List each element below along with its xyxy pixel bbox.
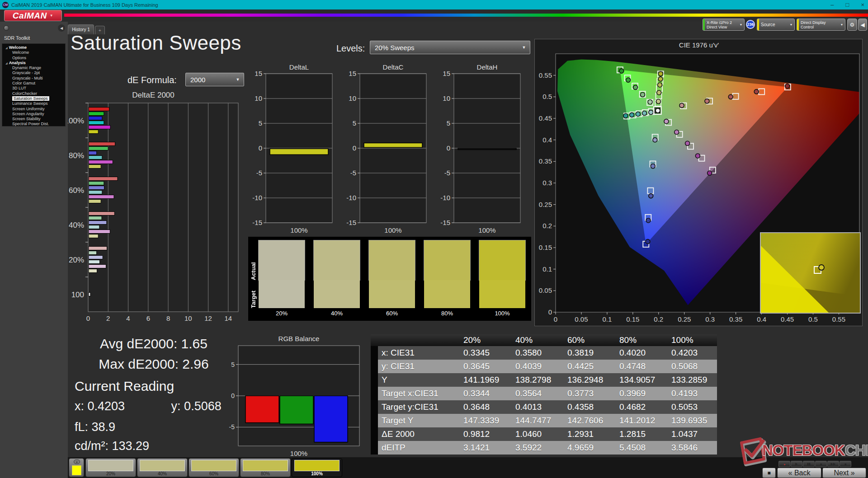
sidebar-item-welcome[interactable]: ◢Welcome [2, 45, 65, 50]
target-swatch-20% [259, 280, 305, 308]
measured-marker [656, 108, 660, 113]
minimize-button[interactable]: – [830, 1, 834, 8]
current-reading-heading: Current Reading [75, 379, 174, 394]
swatch-label: 60% [369, 310, 415, 317]
levels-dropdown[interactable]: 20% Sweeps ▼ [370, 41, 530, 54]
deltae-bar-60%-4 [89, 195, 114, 199]
sidebar-item-options[interactable]: Options [2, 56, 65, 61]
sidebar-item-spectral-power-dist-[interactable]: Spectral Power Dist. [2, 122, 65, 127]
cell-value: 0.3969 [613, 387, 665, 400]
rainbow-divider [64, 14, 868, 17]
cell-value: 3.5846 [665, 441, 717, 455]
cell-value: 1.0437 [665, 427, 717, 441]
max-de2000: Max dE2000: 2.96 [72, 354, 235, 374]
reading-cdm2: cd/m²: 133.29 [75, 439, 149, 453]
skip-button[interactable]: ▶▶ [827, 461, 839, 467]
column-header: 80% [613, 334, 665, 346]
measured-marker [653, 138, 657, 142]
axis-label: 20% [69, 256, 84, 264]
sidebar-collapse-button[interactable]: ◀ [58, 24, 65, 32]
patch-tile-label: 100% [292, 471, 342, 476]
de-summary: Avg dE2000: 1.65 Max dE2000: 2.96 [72, 333, 235, 374]
patch-swatch [294, 460, 340, 471]
axis-label: 100% [478, 226, 495, 234]
stop-button[interactable]: ■ [762, 468, 776, 478]
panel-collapse-button[interactable]: ◀ [858, 19, 867, 31]
cell-value: 1.2815 [613, 427, 665, 441]
sidebar-item-3d-lut[interactable]: 3D LUT [2, 86, 65, 91]
axis-label: DeltaL [289, 63, 309, 71]
actual-target-swatch-panel: ActualTarget20%40%60%80%100% [248, 237, 531, 321]
measured-marker [728, 94, 733, 99]
patch-tile-80%[interactable]: 80% [240, 458, 291, 477]
cell-value: 0.3344 [457, 387, 509, 400]
measured-marker [646, 218, 651, 223]
sidebar-item-screen-stability[interactable]: Screen Stability [2, 117, 65, 122]
axis-label: 0.5 [808, 315, 818, 323]
sidebar-item-welcome[interactable]: Welcome [2, 50, 65, 55]
axis-label: DeltaC [383, 63, 404, 71]
de-formula-dropdown[interactable]: 2000 ▼ [185, 73, 244, 86]
sidebar-item-luminance-sweeps[interactable]: Luminance Sweeps [2, 101, 65, 106]
capture-tile[interactable]: ▲ [69, 458, 84, 477]
eject-button[interactable]: ■ [840, 461, 851, 467]
calman-logo-menu[interactable]: CalMAN ▼ [4, 10, 62, 21]
sidebar-item-grayscale-2pt[interactable]: Grayscale - 2pt [2, 70, 65, 75]
actual-swatch-80% [424, 240, 470, 280]
table-row: ΔE 20000.98121.04601.29311.28151.0437 [371, 427, 717, 441]
sidebar-item-analysis[interactable]: ◢Analysis [2, 61, 65, 66]
record-button[interactable]: ● [778, 461, 790, 467]
cell-value: 0.3564 [509, 387, 561, 400]
settings-button[interactable]: ⚙ [847, 19, 857, 31]
pause-button[interactable]: ▮▮ [803, 461, 815, 467]
measured-marker [658, 77, 663, 81]
table-row: Target x:CIE310.33440.35640.37730.39690.… [371, 387, 717, 400]
axis-label: 0 [447, 144, 450, 152]
axis-label: -15 [252, 219, 262, 226]
sidebar-item-dynamic-range[interactable]: Dynamic Range [2, 66, 65, 70]
sidebar-item-grayscale-multi[interactable]: Grayscale - Multi [2, 76, 65, 81]
restore-button[interactable]: □ [846, 1, 849, 8]
patch-tile-40%[interactable]: 40% [137, 458, 188, 477]
row-label: y: CIE31 [378, 360, 457, 373]
sidebar-item-saturation-sweeps[interactable]: Saturation Sweeps [2, 96, 65, 101]
patch-tile-60%[interactable]: 60% [189, 458, 239, 477]
measured-marker [785, 84, 790, 89]
measured-marker [819, 265, 824, 270]
patch-tile-20%[interactable]: 20% [85, 458, 136, 477]
axis-label: 0.25 [539, 201, 552, 208]
meter-label: X-Rite i1Pro 2Direct View [705, 20, 738, 29]
sidebar-item-color-gamut[interactable]: Color Gamut [2, 81, 65, 86]
page-title: Saturation Sweeps [71, 32, 241, 54]
deltae-bar-40%-3 [89, 225, 99, 229]
target-swatch-80% [424, 280, 470, 308]
patch-tile-100%[interactable]: 100% [292, 458, 342, 477]
next-button[interactable]: Next » [822, 468, 866, 478]
sidebar-item-screen-uniformity[interactable]: Screen Uniformity [2, 107, 65, 112]
deltae-bar-60%-2 [89, 186, 104, 190]
measured-marker [630, 112, 634, 117]
back-button[interactable]: « Back [777, 468, 821, 478]
cell-value: 138.2798 [509, 373, 561, 387]
meter-select[interactable]: X-Rite i1Pro 2Direct View ▼ [703, 19, 745, 31]
cell-value: 0.4425 [561, 360, 613, 373]
source-select[interactable]: Source ▼ [757, 19, 795, 31]
axis-label: 0.45 [539, 114, 552, 122]
axis-label: 0.35 [539, 157, 552, 165]
cell-value: 1.0460 [509, 427, 561, 441]
axis-label: -5 [444, 169, 450, 177]
close-button[interactable]: × [861, 1, 864, 8]
display-control-select[interactable]: Direct Display Control ▼ [797, 19, 845, 31]
sidebar-item-colorchecker[interactable]: ColorChecker [2, 91, 65, 96]
axis-label: -5 [229, 423, 235, 431]
cell-value: 0.4039 [509, 360, 561, 373]
axis-label: 15 [443, 70, 450, 77]
stop-button[interactable]: ■ [815, 461, 827, 467]
cell-value: 144.7477 [509, 414, 561, 427]
cell-value: 134.9057 [613, 373, 665, 387]
measured-marker [675, 130, 679, 135]
sidebar-item-screen-angularity[interactable]: Screen Angularity [2, 112, 65, 117]
axis-label: 0 [548, 308, 552, 316]
play-button[interactable]: ▶ [791, 461, 802, 467]
patch-swatch [140, 460, 185, 471]
